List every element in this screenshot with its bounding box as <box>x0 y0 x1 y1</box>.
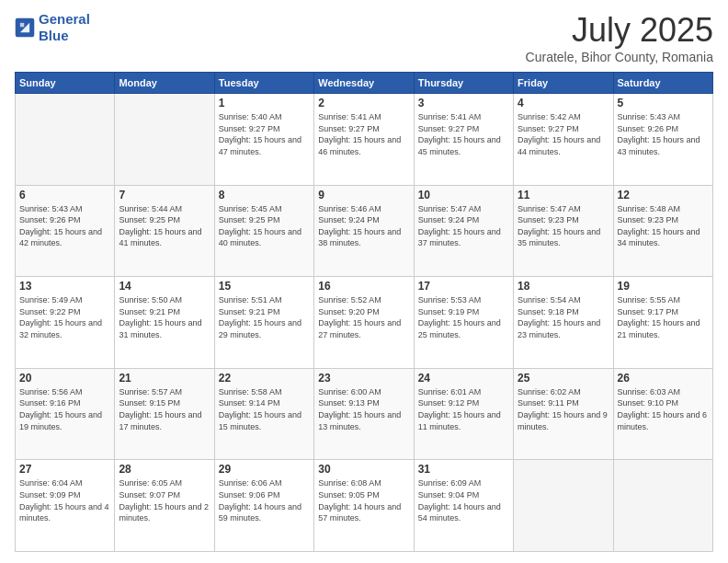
day-cell: 5Sunrise: 5:43 AM Sunset: 9:26 PM Daylig… <box>613 94 712 186</box>
day-number: 20 <box>19 372 110 385</box>
day-number: 5 <box>618 97 709 109</box>
day-cell: 21Sunrise: 5:57 AM Sunset: 9:15 PM Dayli… <box>115 368 214 460</box>
day-number: 26 <box>618 372 709 385</box>
day-number: 19 <box>618 280 709 293</box>
day-cell: 4Sunrise: 5:42 AM Sunset: 9:27 PM Daylig… <box>514 94 613 186</box>
col-wednesday: Wednesday <box>314 73 414 94</box>
day-number: 14 <box>119 280 210 293</box>
day-cell: 3Sunrise: 5:41 AM Sunset: 9:27 PM Daylig… <box>414 94 513 186</box>
day-cell: 31Sunrise: 6:09 AM Sunset: 9:04 PM Dayli… <box>414 460 513 552</box>
day-number: 25 <box>518 372 609 385</box>
day-cell: 28Sunrise: 6:05 AM Sunset: 9:07 PM Dayli… <box>115 460 214 552</box>
day-cell: 8Sunrise: 5:45 AM Sunset: 9:25 PM Daylig… <box>214 185 313 277</box>
day-number: 24 <box>418 372 509 385</box>
week-row-0: 1Sunrise: 5:40 AM Sunset: 9:27 PM Daylig… <box>16 94 713 186</box>
day-number: 16 <box>318 280 409 293</box>
day-info: Sunrise: 6:04 AM Sunset: 9:09 PM Dayligh… <box>19 477 110 523</box>
day-cell: 22Sunrise: 5:58 AM Sunset: 9:14 PM Dayli… <box>214 368 313 460</box>
day-info: Sunrise: 6:02 AM Sunset: 9:11 PM Dayligh… <box>518 386 609 432</box>
day-number: 15 <box>219 280 310 293</box>
day-info: Sunrise: 5:46 AM Sunset: 9:24 PM Dayligh… <box>318 203 409 249</box>
week-row-4: 27Sunrise: 6:04 AM Sunset: 9:09 PM Dayli… <box>16 460 713 552</box>
day-info: Sunrise: 5:51 AM Sunset: 9:21 PM Dayligh… <box>219 294 310 340</box>
day-info: Sunrise: 5:43 AM Sunset: 9:26 PM Dayligh… <box>19 203 110 249</box>
day-number: 4 <box>518 97 609 109</box>
day-info: Sunrise: 6:06 AM Sunset: 9:06 PM Dayligh… <box>219 477 310 523</box>
calendar: Sunday Monday Tuesday Wednesday Thursday… <box>15 72 713 552</box>
day-info: Sunrise: 6:01 AM Sunset: 9:12 PM Dayligh… <box>418 386 509 432</box>
day-info: Sunrise: 6:08 AM Sunset: 9:05 PM Dayligh… <box>318 477 409 523</box>
day-info: Sunrise: 5:56 AM Sunset: 9:16 PM Dayligh… <box>19 386 110 432</box>
day-info: Sunrise: 5:55 AM Sunset: 9:17 PM Dayligh… <box>618 294 709 340</box>
day-cell: 7Sunrise: 5:44 AM Sunset: 9:25 PM Daylig… <box>115 185 214 277</box>
day-info: Sunrise: 6:05 AM Sunset: 9:07 PM Dayligh… <box>119 477 210 523</box>
day-number: 13 <box>19 280 110 293</box>
day-info: Sunrise: 6:03 AM Sunset: 9:10 PM Dayligh… <box>618 386 709 432</box>
main-title: July 2025 <box>526 11 713 50</box>
day-number: 7 <box>119 189 210 201</box>
day-cell: 18Sunrise: 5:54 AM Sunset: 9:18 PM Dayli… <box>514 277 613 369</box>
day-cell: 17Sunrise: 5:53 AM Sunset: 9:19 PM Dayli… <box>414 277 513 369</box>
day-cell: 14Sunrise: 5:50 AM Sunset: 9:21 PM Dayli… <box>115 277 214 369</box>
day-info: Sunrise: 5:45 AM Sunset: 9:25 PM Dayligh… <box>219 203 310 249</box>
day-number: 1 <box>219 97 310 109</box>
day-cell: 19Sunrise: 5:55 AM Sunset: 9:17 PM Dayli… <box>613 277 712 369</box>
col-tuesday: Tuesday <box>214 73 313 94</box>
day-cell: 13Sunrise: 5:49 AM Sunset: 9:22 PM Dayli… <box>16 277 115 369</box>
logo-general: General <box>39 11 90 27</box>
day-cell <box>514 460 613 552</box>
day-number: 29 <box>219 463 310 476</box>
day-number: 6 <box>19 189 110 201</box>
day-number: 30 <box>318 463 409 476</box>
day-cell: 24Sunrise: 6:01 AM Sunset: 9:12 PM Dayli… <box>414 368 513 460</box>
title-block: July 2025 Curatele, Bihor County, Romani… <box>526 11 713 64</box>
day-number: 23 <box>318 372 409 385</box>
col-sunday: Sunday <box>16 73 115 94</box>
day-cell <box>613 460 712 552</box>
page: General Blue July 2025 Curatele, Bihor C… <box>0 0 728 563</box>
day-number: 22 <box>219 372 310 385</box>
day-info: Sunrise: 5:47 AM Sunset: 9:24 PM Dayligh… <box>418 203 509 249</box>
day-cell <box>115 94 214 186</box>
day-number: 10 <box>418 189 509 201</box>
day-info: Sunrise: 5:48 AM Sunset: 9:23 PM Dayligh… <box>618 203 709 249</box>
day-cell: 10Sunrise: 5:47 AM Sunset: 9:24 PM Dayli… <box>414 185 513 277</box>
logo: General Blue <box>15 11 90 44</box>
day-cell: 9Sunrise: 5:46 AM Sunset: 9:24 PM Daylig… <box>314 185 414 277</box>
col-friday: Friday <box>514 73 613 94</box>
col-saturday: Saturday <box>613 73 712 94</box>
day-number: 27 <box>19 463 110 476</box>
day-cell: 15Sunrise: 5:51 AM Sunset: 9:21 PM Dayli… <box>214 277 313 369</box>
day-info: Sunrise: 5:41 AM Sunset: 9:27 PM Dayligh… <box>418 111 509 157</box>
day-info: Sunrise: 5:41 AM Sunset: 9:27 PM Dayligh… <box>318 111 409 157</box>
day-cell: 6Sunrise: 5:43 AM Sunset: 9:26 PM Daylig… <box>16 185 115 277</box>
day-info: Sunrise: 5:53 AM Sunset: 9:19 PM Dayligh… <box>418 294 509 340</box>
day-info: Sunrise: 5:52 AM Sunset: 9:20 PM Dayligh… <box>318 294 409 340</box>
day-info: Sunrise: 5:43 AM Sunset: 9:26 PM Dayligh… <box>618 111 709 157</box>
day-number: 31 <box>418 463 509 476</box>
day-number: 3 <box>418 97 509 109</box>
day-cell <box>16 94 115 186</box>
day-cell: 30Sunrise: 6:08 AM Sunset: 9:05 PM Dayli… <box>314 460 414 552</box>
day-info: Sunrise: 5:58 AM Sunset: 9:14 PM Dayligh… <box>219 386 310 432</box>
day-number: 17 <box>418 280 509 293</box>
logo-blue-word: Blue <box>39 28 69 43</box>
sub-title: Curatele, Bihor County, Romania <box>526 50 713 64</box>
week-row-2: 13Sunrise: 5:49 AM Sunset: 9:22 PM Dayli… <box>16 277 713 369</box>
day-number: 11 <box>518 189 609 201</box>
day-info: Sunrise: 5:40 AM Sunset: 9:27 PM Dayligh… <box>219 111 310 157</box>
day-number: 21 <box>119 372 210 385</box>
day-cell: 12Sunrise: 5:48 AM Sunset: 9:23 PM Dayli… <box>613 185 712 277</box>
day-number: 9 <box>318 189 409 201</box>
day-number: 18 <box>518 280 609 293</box>
day-cell: 29Sunrise: 6:06 AM Sunset: 9:06 PM Dayli… <box>214 460 313 552</box>
day-cell: 11Sunrise: 5:47 AM Sunset: 9:23 PM Dayli… <box>514 185 613 277</box>
day-cell: 27Sunrise: 6:04 AM Sunset: 9:09 PM Dayli… <box>16 460 115 552</box>
day-info: Sunrise: 5:44 AM Sunset: 9:25 PM Dayligh… <box>119 203 210 249</box>
col-monday: Monday <box>115 73 214 94</box>
day-info: Sunrise: 6:09 AM Sunset: 9:04 PM Dayligh… <box>418 477 509 523</box>
logo-icon <box>15 17 35 38</box>
day-number: 12 <box>618 189 709 201</box>
day-info: Sunrise: 5:47 AM Sunset: 9:23 PM Dayligh… <box>518 203 609 249</box>
logo-text: General Blue <box>39 11 90 44</box>
